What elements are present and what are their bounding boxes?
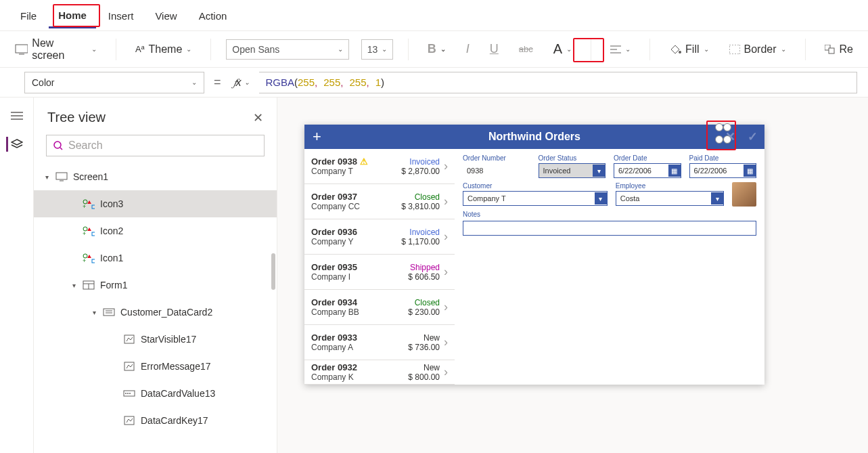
- customer-select[interactable]: Company T▾: [463, 191, 608, 206]
- employee-avatar: [732, 182, 756, 207]
- font-size-select[interactable]: 13⌄: [361, 39, 393, 60]
- tab-action[interactable]: Action: [189, 3, 237, 27]
- selection-handles[interactable]: [713, 123, 733, 144]
- order-company: Company Y: [311, 237, 401, 246]
- employee-select[interactable]: Costa▾: [616, 191, 724, 206]
- form-icon: [83, 280, 95, 290]
- fx-icon: 𝑓x: [233, 77, 242, 89]
- hamburger-button[interactable]: [7, 108, 26, 123]
- order-row[interactable]: Order 0938 ⚠Company TInvoiced$ 2,870.00›: [304, 149, 455, 184]
- order-number: Order 0934: [311, 297, 408, 307]
- tree-node-form1[interactable]: ▾Form1: [34, 272, 277, 299]
- svg-point-5: [679, 51, 681, 53]
- order-row[interactable]: Order 0937Company CCClosed$ 3,810.00›: [304, 184, 455, 219]
- tree-node-starvisible17[interactable]: StarVisible17: [34, 326, 277, 353]
- orderdate-input[interactable]: 6/22/2006▦: [614, 163, 681, 178]
- svg-rect-17: [92, 205, 95, 209]
- app-title: Northwind Orders: [488, 131, 580, 143]
- expand-toggle[interactable]: ▾: [43, 173, 50, 181]
- canvas[interactable]: + Northwind Orders ✕ ✓ Order 0938 ⚠Compa…: [277, 98, 868, 453]
- tree-node-icon3[interactable]: +Icon3: [34, 190, 277, 217]
- border-button[interactable]: Border ⌄: [725, 41, 790, 58]
- order-number: Order 0938 ⚠: [311, 156, 401, 167]
- svg-rect-0: [16, 45, 28, 53]
- fx-button[interactable]: 𝑓x⌄: [231, 77, 252, 89]
- tree-node-screen1[interactable]: ▾Screen1: [34, 163, 277, 190]
- strike-button[interactable]: abc: [515, 41, 537, 57]
- order-row[interactable]: Order 0934Company BBClosed$ 230.00›: [304, 290, 455, 325]
- employee-label: Employee: [616, 182, 724, 190]
- order-status: Invoiced: [401, 228, 440, 237]
- paiddate-label: Paid Date: [689, 154, 757, 162]
- order-row[interactable]: Order 0935Company IShipped$ 606.50›: [304, 255, 455, 290]
- formula-input[interactable]: RGBA(255, 255, 255, 1): [259, 72, 857, 93]
- order-list: Order 0938 ⚠Company TInvoiced$ 2,870.00›…: [304, 149, 455, 385]
- new-screen-button[interactable]: New screen ⌄: [11, 35, 101, 64]
- ordernum-label: Order Number: [463, 154, 530, 162]
- ctrl-icon: [123, 416, 135, 425]
- font-value: Open Sans: [232, 44, 279, 55]
- screen-plus-icon: [15, 44, 28, 55]
- order-company: Company I: [311, 272, 408, 282]
- formula-bar: Color ⌄ = 𝑓x⌄ RGBA(255, 255, 255, 1): [0, 68, 868, 98]
- equals-label: =: [211, 75, 224, 89]
- reorder-button[interactable]: Re: [821, 41, 857, 58]
- order-company: Company A: [311, 343, 408, 352]
- tab-view[interactable]: View: [145, 3, 186, 27]
- search-placeholder: Search: [68, 139, 103, 152]
- close-panel-button[interactable]: ✕: [253, 110, 263, 125]
- order-company: Company BB: [311, 307, 408, 317]
- tree-node-icon2[interactable]: +Icon2: [34, 217, 277, 244]
- expand-toggle[interactable]: ▾: [70, 282, 77, 289]
- chevron-right-icon: ›: [444, 365, 448, 379]
- order-row[interactable]: Order 0932Company KNew$ 800.00›: [304, 360, 455, 385]
- chevron-down-icon: ⌄: [382, 45, 387, 53]
- add-order-button[interactable]: +: [313, 128, 321, 146]
- chevron-right-icon: ›: [444, 265, 448, 279]
- tab-insert[interactable]: Insert: [99, 3, 143, 27]
- tree-node-errormessage17[interactable]: ErrorMessage17: [34, 353, 277, 380]
- svg-rect-6: [729, 45, 740, 54]
- italic-button[interactable]: I: [462, 39, 474, 59]
- svg-rect-37: [124, 416, 134, 425]
- tree-node-datacardkey17[interactable]: DataCardKey17: [34, 407, 277, 434]
- paiddate-input[interactable]: 6/22/2006▦: [689, 163, 757, 178]
- tree-search-input[interactable]: Search: [46, 135, 265, 156]
- separator: [805, 39, 806, 60]
- status-select[interactable]: Invoiced▾: [539, 163, 606, 178]
- chevron-down-icon: ▾: [711, 192, 723, 204]
- tree-node-customer_datacard2[interactable]: ▾Customer_DataCard2: [34, 299, 277, 326]
- property-value: Color: [32, 77, 54, 88]
- property-select[interactable]: Color ⌄: [24, 72, 204, 93]
- underline-button[interactable]: U: [486, 39, 503, 59]
- tree-node-icon1[interactable]: +Icon1: [34, 244, 277, 272]
- warning-icon: ⚠: [360, 156, 368, 167]
- tree-node-datacardvalue13[interactable]: DataCardValue13: [34, 380, 277, 407]
- tree-view-rail-button[interactable]: [6, 137, 25, 152]
- expand-toggle[interactable]: ▾: [91, 309, 97, 316]
- align-button[interactable]: ⌄: [606, 42, 635, 57]
- fill-button[interactable]: Fill ⌄: [665, 41, 712, 58]
- accept-icon[interactable]: ✓: [748, 129, 758, 144]
- bold-button[interactable]: B⌄: [424, 39, 450, 59]
- chevron-down-icon: ⌄: [91, 45, 97, 53]
- order-form: Order Number 0938 Order Status Invoiced▾…: [455, 149, 764, 385]
- tab-file[interactable]: File: [11, 3, 46, 27]
- app-body: Order 0938 ⚠Company TInvoiced$ 2,870.00›…: [304, 149, 764, 385]
- chevron-down-icon: ▾: [593, 165, 605, 177]
- font-select[interactable]: Open Sans⌄: [226, 39, 348, 60]
- theme-icon: Aª: [135, 44, 144, 54]
- separator: [210, 39, 211, 60]
- theme-button[interactable]: Aª Theme ⌄: [131, 41, 196, 58]
- order-row[interactable]: Order 0933Company ANew$ 736.00›: [304, 325, 455, 360]
- chevron-down-icon: ▾: [595, 192, 607, 204]
- chevron-down-icon: ⌄: [625, 45, 631, 53]
- tree-scrollbar-thumb[interactable]: [271, 253, 275, 290]
- order-row[interactable]: Order 0936Company YInvoiced$ 1,170.00›: [304, 219, 455, 255]
- notes-input[interactable]: [463, 221, 756, 236]
- size-value: 13: [367, 44, 378, 55]
- tab-home[interactable]: Home: [49, 3, 96, 28]
- font-color-button[interactable]: A⌄: [549, 39, 576, 60]
- separator: [116, 39, 116, 60]
- chevron-right-icon: ›: [444, 300, 448, 314]
